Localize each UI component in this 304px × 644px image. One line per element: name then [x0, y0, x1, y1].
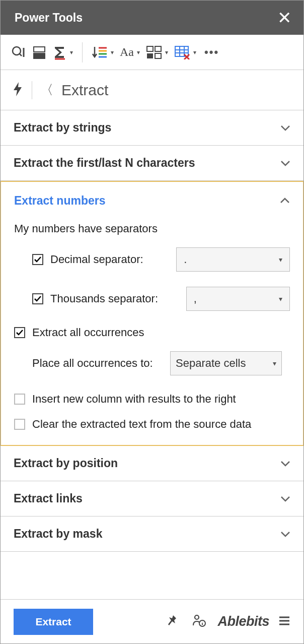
chevron-down-icon: ▾ [279, 295, 282, 303]
sort-button[interactable]: ▾ [91, 44, 115, 61]
sections-list: Extract by strings Extract the first/las… [1, 110, 303, 552]
info-person-icon [191, 613, 206, 628]
clear-source-checkbox[interactable] [14, 419, 25, 430]
panel-title: Power Tools [15, 11, 83, 25]
chevron-up-icon [280, 198, 290, 204]
extract-all-label: Extract all occurrences [32, 326, 144, 339]
svg-rect-13 [155, 46, 161, 51]
toolbar: ▾ ▾ Aa ▾ ▾ ▾ [1, 35, 303, 70]
section-title: Extract the first/last N characters [14, 156, 195, 170]
thousands-separator-label: Thousands separator: [50, 292, 179, 305]
bolt-icon [12, 81, 24, 97]
extract-button[interactable]: Extract [14, 609, 93, 635]
svg-line-1 [19, 53, 22, 56]
svg-point-21 [195, 615, 199, 619]
place-occurrences-select[interactable]: Separate cells ▾ [170, 351, 282, 375]
section-title: Extract by mask [14, 527, 102, 541]
split-cells-icon [146, 45, 162, 59]
pin-button[interactable] [163, 612, 180, 631]
smart-column-button[interactable] [10, 44, 27, 61]
text-case-button[interactable]: Aa ▾ [119, 44, 141, 60]
chevron-down-icon [280, 160, 290, 166]
sigma-icon [53, 45, 67, 60]
magnifier-pencil-icon [11, 45, 26, 60]
pin-icon [165, 614, 178, 627]
section-extract-by-position[interactable]: Extract by position [1, 446, 303, 481]
hamburger-icon [278, 616, 290, 626]
section-extract-by-strings[interactable]: Extract by strings [1, 110, 303, 146]
svg-rect-6 [34, 53, 45, 58]
more-icon: ••• [204, 46, 219, 59]
breadcrumb: 〈 Extract [1, 70, 303, 110]
table-remove-icon [174, 45, 190, 59]
extract-numbers-options: My numbers have separators Decimal separ… [1, 219, 303, 445]
toolbar-separator [82, 42, 83, 62]
svg-rect-12 [147, 46, 153, 51]
close-button[interactable]: ✕ [277, 8, 291, 28]
insert-column-label: Insert new column with results to the ri… [32, 393, 236, 406]
svg-rect-15 [155, 53, 161, 58]
section-title: Extract numbers [14, 194, 106, 208]
section-extract-by-mask[interactable]: Extract by mask [1, 517, 303, 552]
more-tools-button[interactable]: ••• [201, 45, 220, 60]
section-title: Extract links [14, 492, 83, 505]
chevron-down-icon [280, 531, 290, 537]
select-value: Separate cells [176, 357, 246, 370]
select-value: , [194, 292, 197, 305]
chevron-down-icon [280, 461, 290, 467]
chevron-down-icon [280, 496, 290, 502]
chevron-down-icon: ▾ [165, 49, 168, 56]
chevron-down-icon: ▾ [70, 49, 73, 56]
quick-action-button[interactable] [12, 81, 24, 99]
section-extract-numbers: Extract numbers My numbers have separato… [0, 181, 304, 446]
menu-button[interactable] [278, 616, 290, 628]
section-extract-links[interactable]: Extract links [1, 481, 303, 517]
extract-all-checkbox[interactable] [14, 327, 25, 338]
decimal-separator-select[interactable]: . ▾ [176, 247, 290, 272]
remove-table-button[interactable]: ▾ [173, 44, 197, 60]
text-case-icon: Aa [120, 45, 134, 59]
chevron-down-icon: ▾ [273, 359, 276, 367]
chevron-down-icon: ▾ [193, 49, 196, 56]
clear-source-label: Clear the extracted text from the source… [32, 418, 251, 431]
back-button[interactable]: 〈 [40, 81, 53, 99]
chevron-down-icon: ▾ [137, 49, 140, 56]
decimal-separator-checkbox[interactable] [32, 254, 43, 265]
dedupe-button[interactable] [31, 44, 48, 61]
chevron-down-icon [280, 125, 290, 131]
brand-label: Ablebits [217, 614, 269, 629]
sum-button[interactable]: ▾ [52, 44, 74, 61]
separators-intro-label: My numbers have separators [14, 222, 290, 235]
info-button[interactable] [189, 611, 208, 632]
chevron-down-icon: ▾ [111, 49, 114, 56]
panel-header: Power Tools ✕ [1, 1, 303, 35]
dedupe-icon [32, 45, 47, 60]
svg-rect-5 [34, 47, 45, 52]
select-value: . [184, 253, 187, 266]
section-title: Extract by strings [14, 121, 111, 135]
section-extract-first-last[interactable]: Extract the first/last N characters [1, 146, 303, 181]
thousands-separator-checkbox[interactable] [32, 293, 43, 304]
section-extract-numbers-header[interactable]: Extract numbers [1, 182, 303, 219]
decimal-separator-label: Decimal separator: [50, 253, 169, 266]
place-occurrences-label: Place all occurrences to: [32, 357, 165, 370]
page-title: Extract [61, 82, 108, 99]
footer: Extract Ablebits [1, 599, 303, 643]
thousands-separator-select[interactable]: , ▾ [186, 287, 290, 311]
chevron-down-icon: ▾ [279, 255, 282, 264]
section-title: Extract by position [14, 457, 118, 470]
svg-rect-14 [147, 53, 153, 58]
sort-icon [92, 45, 108, 60]
split-button[interactable]: ▾ [145, 44, 169, 60]
insert-column-checkbox[interactable] [14, 394, 25, 405]
svg-rect-16 [175, 46, 188, 56]
breadcrumb-separator [32, 81, 32, 99]
